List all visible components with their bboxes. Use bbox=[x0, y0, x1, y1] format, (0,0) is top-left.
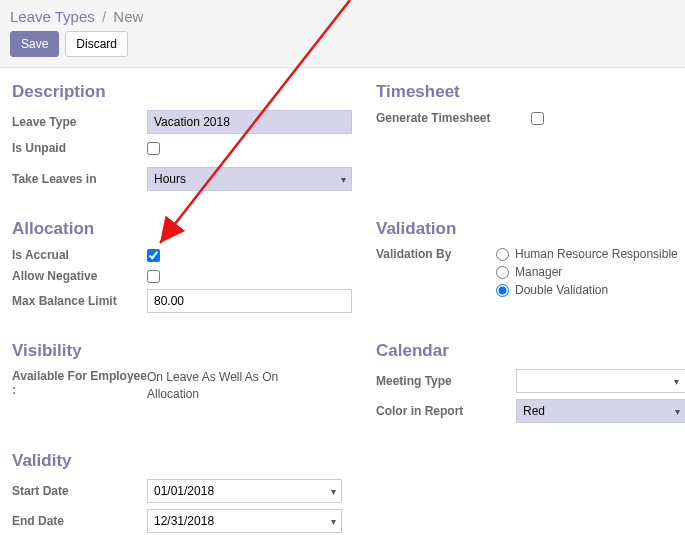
form-sheet: Description Leave Type Is Unpaid Take Le… bbox=[0, 68, 685, 535]
meeting-type-select[interactable] bbox=[516, 369, 685, 393]
label-end-date: End Date bbox=[12, 514, 147, 528]
start-date-input[interactable] bbox=[147, 479, 342, 503]
discard-button[interactable]: Discard bbox=[65, 31, 128, 57]
label-is-unpaid: Is Unpaid bbox=[12, 141, 147, 155]
breadcrumb: Leave Types / New bbox=[10, 8, 675, 25]
label-take-leaves-in: Take Leaves in bbox=[12, 172, 147, 186]
is-accrual-checkbox[interactable] bbox=[147, 249, 160, 262]
breadcrumb-root[interactable]: Leave Types bbox=[10, 8, 95, 25]
section-title-validity: Validity bbox=[12, 451, 352, 471]
label-start-date: Start Date bbox=[12, 484, 147, 498]
breadcrumb-current: New bbox=[113, 8, 143, 25]
action-buttons: Save Discard bbox=[10, 31, 675, 57]
label-leave-type: Leave Type bbox=[12, 115, 147, 129]
label-validation-by: Validation By bbox=[376, 247, 496, 261]
section-validity: Validity Start Date End Date bbox=[12, 451, 352, 535]
is-unpaid-checkbox[interactable] bbox=[147, 142, 160, 155]
section-timesheet: Timesheet Generate Timesheet bbox=[376, 82, 685, 197]
label-available-for: Available For Employee : bbox=[12, 369, 147, 397]
validation-radio-manager[interactable] bbox=[496, 266, 509, 279]
section-title-description: Description bbox=[12, 82, 352, 102]
validation-radio-hr-label: Human Resource Responsible bbox=[515, 247, 678, 261]
validation-radio-hr[interactable] bbox=[496, 248, 509, 261]
validation-radio-double[interactable] bbox=[496, 284, 509, 297]
leave-type-input[interactable] bbox=[147, 110, 352, 134]
validation-radio-group: Human Resource Responsible Manager Doubl… bbox=[496, 247, 678, 301]
label-generate-timesheet: Generate Timesheet bbox=[376, 111, 531, 125]
available-for-value: On Leave As Well As On Allocation bbox=[147, 369, 317, 403]
section-calendar: Calendar Meeting Type Color in Report Re… bbox=[376, 341, 685, 429]
label-allow-negative: Allow Negative bbox=[12, 269, 147, 283]
section-title-timesheet: Timesheet bbox=[376, 82, 685, 102]
generate-timesheet-checkbox[interactable] bbox=[531, 112, 544, 125]
section-visibility: Visibility Available For Employee : On L… bbox=[12, 341, 352, 429]
label-color-in-report: Color in Report bbox=[376, 404, 516, 418]
section-title-calendar: Calendar bbox=[376, 341, 685, 361]
section-validation: Validation Validation By Human Resource … bbox=[376, 219, 685, 319]
topbar: Leave Types / New Save Discard bbox=[0, 0, 685, 68]
section-title-allocation: Allocation bbox=[12, 219, 352, 239]
allow-negative-checkbox[interactable] bbox=[147, 270, 160, 283]
validation-radio-double-label: Double Validation bbox=[515, 283, 608, 297]
end-date-input[interactable] bbox=[147, 509, 342, 533]
section-allocation: Allocation Is Accrual Allow Negative Max… bbox=[12, 219, 352, 319]
color-in-report-select[interactable]: Red bbox=[516, 399, 685, 423]
section-title-visibility: Visibility bbox=[12, 341, 352, 361]
max-balance-input[interactable] bbox=[147, 289, 352, 313]
take-leaves-select[interactable]: Hours bbox=[147, 167, 352, 191]
label-meeting-type: Meeting Type bbox=[376, 374, 516, 388]
label-is-accrual: Is Accrual bbox=[12, 248, 147, 262]
save-button[interactable]: Save bbox=[10, 31, 59, 57]
label-max-balance: Max Balance Limit bbox=[12, 294, 147, 308]
section-description: Description Leave Type Is Unpaid Take Le… bbox=[12, 82, 352, 197]
section-title-validation: Validation bbox=[376, 219, 685, 239]
validation-radio-manager-label: Manager bbox=[515, 265, 562, 279]
breadcrumb-separator: / bbox=[99, 8, 109, 25]
